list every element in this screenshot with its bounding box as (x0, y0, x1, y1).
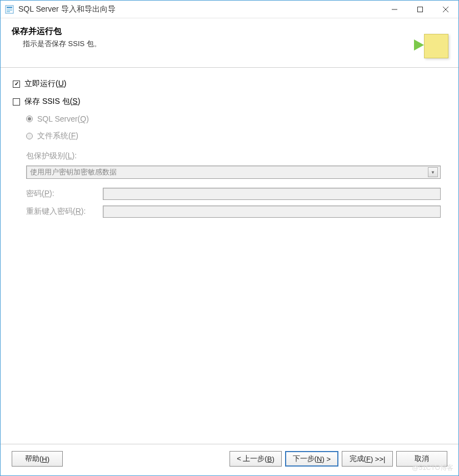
window-controls (382, 1, 458, 18)
sql-server-label: SQL Server(Q) (37, 114, 89, 123)
page-title: 保存并运行包 (12, 26, 416, 37)
maximize-button[interactable] (407, 1, 433, 18)
svg-rect-5 (418, 7, 423, 12)
file-system-label: 文件系统(F) (37, 131, 78, 141)
back-button[interactable]: < 上一步(B) (230, 451, 282, 467)
svg-rect-3 (7, 11, 10, 12)
password-input (103, 188, 441, 200)
close-button[interactable] (433, 1, 458, 18)
svg-rect-2 (7, 9, 12, 11)
file-system-radio (26, 133, 33, 139)
retype-password-row: 重新键入密码(R): (26, 206, 441, 218)
wizard-window: SQL Server 导入和导出向导 保存并运行包 指示是否保存 SSIS 包。… (0, 0, 459, 476)
wizard-icon (416, 26, 450, 59)
header-text: 保存并运行包 指示是否保存 SSIS 包。 (12, 26, 416, 49)
cancel-button[interactable]: 取消 (396, 451, 447, 467)
wizard-footer: 帮助(H) < 上一步(B) 下一步(N) > 完成(F) >>| 取消 (1, 444, 458, 475)
page-subtitle: 指示是否保存 SSIS 包。 (12, 39, 416, 49)
run-now-checkbox[interactable] (13, 81, 20, 88)
run-now-label: 立即运行(U) (24, 79, 66, 89)
password-row: 密码(P): (26, 188, 441, 200)
finish-button[interactable]: 完成(F) >>| (342, 451, 393, 467)
minimize-button[interactable] (382, 1, 407, 18)
svg-rect-1 (7, 7, 12, 8)
next-button[interactable]: 下一步(N) > (285, 451, 338, 467)
wizard-content: 立即运行(U) 保存 SSIS 包(S) SQL Server(Q) 文件系统(… (1, 68, 458, 444)
protection-level-value: 使用用户密钥加密敏感数据 (30, 167, 428, 177)
titlebar: SQL Server 导入和导出向导 (1, 1, 458, 18)
protection-level-dropdown: 使用用户密钥加密敏感数据 ▼ (26, 166, 441, 179)
retype-password-input (103, 206, 441, 218)
run-now-row[interactable]: 立即运行(U) (13, 79, 446, 89)
save-ssis-label: 保存 SSIS 包(S) (24, 97, 80, 107)
sql-server-radio (26, 116, 33, 122)
file-system-row: 文件系统(F) (26, 131, 446, 141)
sql-server-row: SQL Server(Q) (26, 114, 446, 123)
protection-level-label: 包保护级别(L): (26, 151, 446, 161)
wizard-header: 保存并运行包 指示是否保存 SSIS 包。 (1, 18, 458, 68)
save-ssis-checkbox[interactable] (13, 98, 20, 106)
password-label: 密码(P): (26, 189, 103, 199)
dropdown-arrow-icon: ▼ (428, 167, 438, 177)
window-title: SQL Server 导入和导出向导 (18, 4, 382, 14)
help-button[interactable]: 帮助(H) (12, 451, 63, 467)
save-ssis-row[interactable]: 保存 SSIS 包(S) (13, 97, 446, 107)
app-icon (5, 5, 14, 14)
retype-password-label: 重新键入密码(R): (26, 207, 103, 217)
